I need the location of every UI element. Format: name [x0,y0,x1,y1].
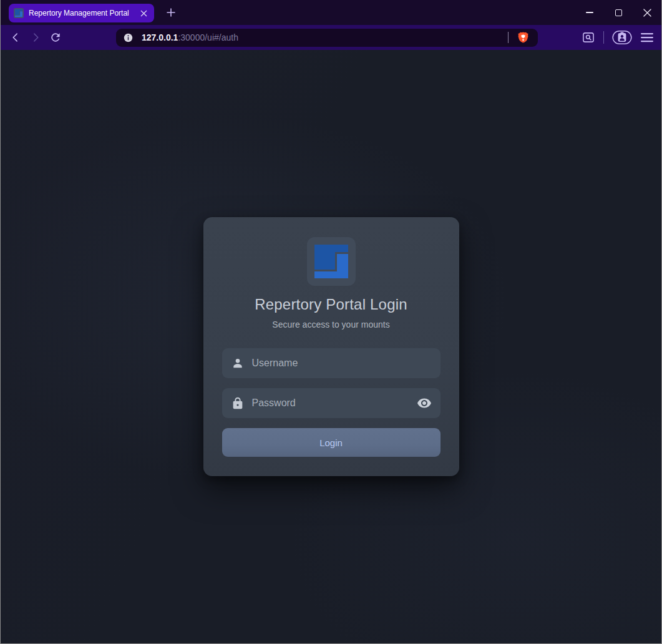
tab-close-icon[interactable] [138,7,149,19]
url-host: 127.0.0.1 [142,32,178,42]
minimize-icon [586,12,593,13]
menu-button[interactable] [640,32,654,43]
window-controls [575,0,661,25]
brave-shield-icon [517,31,529,44]
back-button[interactable] [7,29,24,46]
eye-icon [417,396,432,411]
maximize-icon [615,9,622,16]
profile-button[interactable] [612,30,632,45]
forward-icon [29,31,42,44]
repertory-logo-icon [314,245,348,278]
browser-toolbar: 127.0.0.1:30000/ui#/auth [1,25,661,50]
toolbar-divider [603,31,604,44]
login-fields [222,348,441,418]
browser-window: Repertory Management Portal [0,0,662,644]
page-subtitle: Secure access to your mounts [222,320,441,329]
hamburger-menu-icon [640,32,654,43]
forward-button[interactable] [27,29,44,46]
password-input[interactable] [252,398,417,409]
reload-button[interactable] [47,29,64,46]
sidebar-button[interactable] [582,31,595,44]
url-text: 127.0.0.1:30000/ui#/auth [142,32,505,42]
urlbar-divider [508,32,509,43]
profile-badge-icon [612,30,632,45]
repertory-logo [307,237,356,286]
username-field[interactable] [222,348,441,378]
browser-tab[interactable]: Repertory Management Portal [9,4,154,22]
login-button[interactable]: Login [222,428,441,457]
site-info-icon[interactable] [123,32,134,43]
maximize-button[interactable] [604,0,633,25]
login-card: Repertory Portal Login Secure access to … [203,217,459,476]
tab-title: Repertory Management Portal [29,9,138,17]
show-password-button[interactable] [417,396,432,411]
username-input[interactable] [252,358,432,369]
new-tab-button[interactable] [163,4,179,21]
close-button[interactable] [633,0,661,25]
back-icon [9,31,22,44]
reload-icon [49,31,62,44]
page-viewport: Repertory Portal Login Secure access to … [1,50,661,643]
url-path: :30000/ui#/auth [178,32,238,42]
close-icon [643,9,651,17]
navigation-buttons [7,29,64,46]
page-title: Repertory Portal Login [222,296,441,313]
address-bar[interactable]: 127.0.0.1:30000/ui#/auth [116,29,538,47]
tab-bar: Repertory Management Portal [1,0,661,25]
toolbar-right-buttons [582,30,654,45]
repertory-favicon-icon [14,8,24,18]
minimize-button[interactable] [575,0,604,25]
sidebar-search-icon [582,31,595,44]
password-field[interactable] [222,388,441,418]
person-icon [231,356,245,370]
brave-shield-button[interactable] [515,29,531,46]
lock-icon [231,396,245,410]
